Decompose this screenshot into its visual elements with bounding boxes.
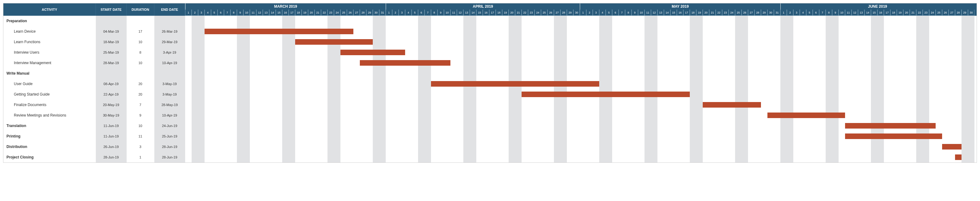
duration (127, 68, 154, 79)
end-date: 3-Apr-19 (154, 47, 185, 57)
day-label: 5 (606, 10, 612, 16)
group-row: Write Manual (3, 68, 185, 79)
day-label: 18 (890, 10, 897, 16)
day-label: 28 (360, 10, 366, 16)
day-label: 7 (224, 10, 231, 16)
task-row: Learn Device04-Mar-191726-Mar-19 (3, 26, 185, 37)
timeline-row (185, 142, 977, 152)
duration: 17 (127, 26, 154, 37)
task-row: User Guide08-Apr-19203-May-19 (3, 79, 185, 89)
day-label: 20 (308, 10, 315, 16)
timeline-row (185, 47, 977, 57)
day-label: 16 (282, 10, 289, 16)
duration: 10 (127, 37, 154, 47)
month-label: JUNE 2019 (780, 3, 974, 10)
gantt-bar (295, 39, 373, 45)
day-label: 14 (470, 10, 476, 16)
duration: 20 (127, 79, 154, 89)
header-end: END DATE (154, 3, 185, 16)
gantt-bar (703, 102, 761, 108)
end-date: 28-May-19 (154, 100, 185, 110)
day-label: 22 (522, 10, 528, 16)
duration: 3 (127, 142, 154, 152)
timeline-row (185, 79, 977, 89)
gantt-bar (767, 113, 845, 118)
activity-label: Getting Started Guide (3, 89, 96, 100)
start-date: 08-Apr-19 (96, 79, 127, 89)
day-label: 20 (903, 10, 910, 16)
day-label: 2 (192, 10, 198, 16)
day-label: 1 (780, 10, 787, 16)
duration (127, 16, 154, 26)
header-activity: ACTIVITY (3, 3, 96, 16)
day-label: 8 (431, 10, 438, 16)
timeline-row (185, 26, 977, 37)
day-label: 13 (463, 10, 470, 16)
gantt-bar (205, 29, 353, 34)
end-date (154, 68, 185, 79)
day-label: 29 (567, 10, 573, 16)
day-label: 12 (457, 10, 463, 16)
day-label: 12 (851, 10, 858, 16)
start-date: 11-Jun-19 (96, 131, 127, 142)
end-date: 10-Apr-19 (154, 57, 185, 68)
day-label: 19 (897, 10, 903, 16)
day-label: 16 (677, 10, 683, 16)
timeline-row (185, 37, 977, 47)
day-label: 10 (243, 10, 250, 16)
day-label: 24 (334, 10, 340, 16)
day-label: 12 (256, 10, 263, 16)
day-label: 9 (237, 10, 243, 16)
day-label: 11 (845, 10, 851, 16)
day-label: 20 (703, 10, 709, 16)
duration: 11 (127, 131, 154, 142)
day-label: 13 (263, 10, 269, 16)
day-label: 27 (353, 10, 360, 16)
start-date: 28-Mar-19 (96, 57, 127, 68)
gantt-bar (360, 60, 450, 65)
day-label: 20 (509, 10, 515, 16)
start-date: 04-Mar-19 (96, 26, 127, 37)
task-row: Interview Management28-Mar-191010-Apr-19 (3, 57, 185, 68)
day-label: 30 (373, 10, 379, 16)
day-label: 23 (328, 10, 334, 16)
day-label: 29 (761, 10, 767, 16)
day-label: 25 (935, 10, 942, 16)
start-date: 30-May-19 (96, 110, 127, 121)
day-label: 27 (948, 10, 955, 16)
day-label: 4 (800, 10, 806, 16)
start-date: 26-Jun-19 (96, 142, 127, 152)
end-date: 29-Mar-19 (154, 37, 185, 47)
day-label: 26 (942, 10, 948, 16)
task-row: Getting Started Guide22-Apr-19203-May-19 (3, 89, 185, 100)
day-label: 24 (535, 10, 541, 16)
day-header: 1234567891011121314151617181920212223242… (185, 10, 977, 16)
day-label: 17 (683, 10, 690, 16)
activity-label: Interview Management (3, 57, 96, 68)
day-label: 22 (916, 10, 923, 16)
gantt-bar (340, 49, 405, 55)
task-row: Finalize Documents20-May-19728-May-19 (3, 100, 185, 110)
duration: 7 (127, 100, 154, 110)
day-label: 3 (198, 10, 205, 16)
activity-label: Learn Functions (3, 37, 96, 47)
day-label: 11 (450, 10, 457, 16)
day-label: 21 (315, 10, 321, 16)
timeline-row (185, 68, 977, 79)
day-label: 30 (573, 10, 580, 16)
day-label: 21 (910, 10, 916, 16)
day-label: 13 (657, 10, 664, 16)
activity-table: ACTIVITY START DATE DURATION END DATE Pr… (3, 3, 185, 163)
day-label: 7 (425, 10, 431, 16)
activity-label: Interview Users (3, 47, 96, 57)
duration: 9 (127, 110, 154, 121)
group-row: Distribution26-Jun-19328-Jun-19 (3, 142, 185, 152)
day-label: 5 (211, 10, 218, 16)
day-label: 8 (826, 10, 832, 16)
activity-label: Project Closing (3, 152, 96, 163)
day-label: 8 (625, 10, 632, 16)
day-label: 1 (580, 10, 586, 16)
day-label: 19 (696, 10, 703, 16)
start-date: 20-May-19 (96, 100, 127, 110)
day-label: 5 (806, 10, 813, 16)
